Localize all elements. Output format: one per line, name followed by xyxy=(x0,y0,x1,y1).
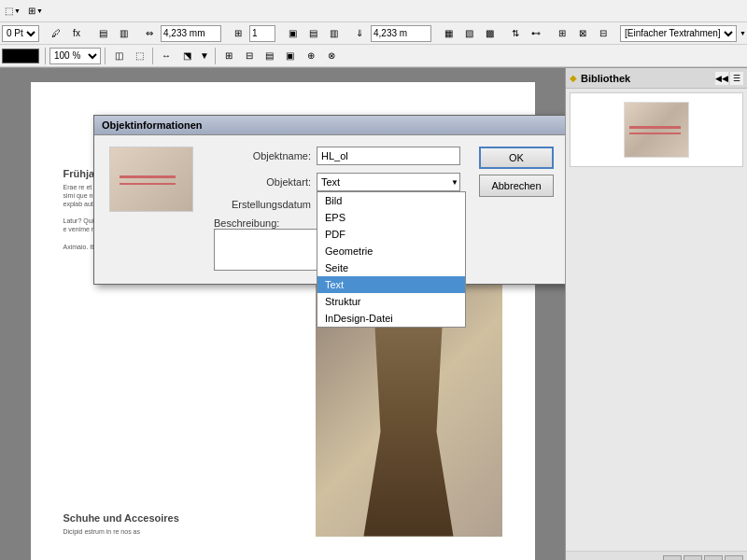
tb-btn-9[interactable]: ▥ xyxy=(324,24,343,43)
main-area: Modetrends 2013 Frühjahrs-Fashion Erae r… xyxy=(0,68,747,560)
objektart-input[interactable] xyxy=(317,173,460,191)
frame-style-select[interactable]: [Einfacher Textrahmen] xyxy=(620,25,737,42)
tb-btn-24[interactable]: ⬔ xyxy=(177,47,196,65)
tb-btn-4[interactable]: ▥ xyxy=(114,24,133,43)
panel-action-btn-1[interactable]: ℹ xyxy=(663,555,682,561)
panel-menu-btn[interactable]: ☰ xyxy=(730,72,743,85)
dropdown-item-geometrie[interactable]: Geometrie xyxy=(317,243,465,259)
panel-action-btn-2[interactable]: + xyxy=(684,555,702,561)
frame-style-arrow: ▼ xyxy=(740,30,746,36)
tb-icon-14: ⇅ xyxy=(512,28,519,38)
dropdown-item-indesign[interactable]: InDesign-Datei xyxy=(317,310,465,327)
pt-select[interactable]: 0 Pt xyxy=(2,25,39,42)
dropdown-item-text[interactable]: Text xyxy=(317,276,465,293)
dialog-left xyxy=(109,147,203,273)
tb-btn-6[interactable]: ⊞ xyxy=(229,24,247,43)
library-thumbnail xyxy=(624,102,689,158)
tb-btn-25[interactable]: ⊞ xyxy=(219,47,238,65)
panel-diamond-icon: ◆ xyxy=(570,73,577,83)
toolbar-row-1: ⬚ ▼ ⊞ ▼ xyxy=(0,0,747,22)
zoom-select[interactable]: 100 % xyxy=(49,48,101,64)
objektinfo-dialog: Objektinformationen Objektname: xyxy=(93,115,565,285)
tb-btn-17[interactable]: ⊠ xyxy=(573,24,592,43)
tb-btn-5[interactable]: ⇔ xyxy=(140,24,159,43)
tb-icon-7: ▣ xyxy=(289,28,297,38)
tb-btn-23[interactable]: ↔ xyxy=(157,47,176,65)
sep13 xyxy=(105,48,106,64)
tb-icon-2: fx xyxy=(73,28,80,38)
tb-btn-22[interactable]: ⬚ xyxy=(130,47,148,65)
toolbar-row-2: 0 Pt 🖊 fx ▤ ▥ ⇔ ⊞ ▣ ▤ ▥ ⇓ ▦ ▧ ▩ ⇅ ⊷ ⊞ ⊠ … xyxy=(0,22,747,45)
tool-view-btn[interactable]: ⊞ ▼ xyxy=(25,2,46,21)
panel-action-btn-3[interactable]: ↓ xyxy=(704,555,723,561)
tool-view-arrow: ▼ xyxy=(36,7,43,14)
tb-btn-14[interactable]: ⇅ xyxy=(506,24,525,43)
dialog-titlebar: Objektinformationen xyxy=(94,116,565,135)
objektart-dropdown-list: Bild EPS PDF Geometrie Seite Text Strukt… xyxy=(317,191,466,328)
tool-select-arrow: ▼ xyxy=(14,7,21,14)
thumb-line2 xyxy=(629,133,681,134)
sep15 xyxy=(215,48,216,64)
dropdown-item-struktur[interactable]: Struktur xyxy=(317,293,465,310)
panel-controls: ◀◀ ☰ xyxy=(715,72,743,85)
dropdown-item-pdf[interactable]: PDF xyxy=(317,226,465,243)
tb-btn-29[interactable]: ⊕ xyxy=(302,47,320,65)
tb-btn-13[interactable]: ▩ xyxy=(480,24,499,43)
ok-label: OK xyxy=(509,152,524,163)
tb-icon-10: ⇓ xyxy=(356,28,363,38)
tb-icon-22: ⬚ xyxy=(135,50,144,61)
tb-btn-11[interactable]: ▦ xyxy=(439,24,458,43)
tb-btn-30[interactable]: ⊗ xyxy=(322,47,341,65)
tb-icon-4: ▥ xyxy=(120,28,128,38)
right-panel: ◆ Bibliothek ◀◀ ☰ 1 von 1 angezeigt ℹ + … xyxy=(565,68,747,560)
tb-icon-13: ▩ xyxy=(486,28,494,38)
cancel-button[interactable]: Abbrechen xyxy=(479,175,554,197)
dialog-thumb-line xyxy=(120,175,176,178)
tb-btn-21[interactable]: ◫ xyxy=(109,47,128,65)
tb-btn-28[interactable]: ▣ xyxy=(281,47,300,65)
tb-btn-15[interactable]: ⊷ xyxy=(527,24,545,43)
tb-btn-8[interactable]: ▤ xyxy=(303,24,322,43)
form-row-objektart: Objektart: ▼ Bild EPS PDF Geometrie xyxy=(214,173,460,191)
tb-btn-1[interactable]: 🖊 xyxy=(47,24,65,43)
panel-action-buttons: ℹ + ↓ 🗑 xyxy=(663,555,743,561)
sep14 xyxy=(152,48,153,64)
tb-btn-16[interactable]: ⊞ xyxy=(553,24,571,43)
tb-icon-5: ⇔ xyxy=(146,28,153,38)
tb-icon-16: ⊞ xyxy=(558,28,566,38)
panel-collapse-btn[interactable]: ◀◀ xyxy=(715,72,728,85)
tool-view-icon: ⊞ xyxy=(28,6,35,16)
ok-button[interactable]: OK xyxy=(479,147,554,169)
tb-btn-18[interactable]: ⊟ xyxy=(594,24,613,43)
tb-icon-23: ↔ xyxy=(162,50,171,61)
tool-select-btn[interactable]: ⬚ ▼ xyxy=(2,2,23,21)
dialog-right: Objektname: Objektart: ▼ Bild xyxy=(214,147,460,273)
dropdown-item-bild[interactable]: Bild xyxy=(317,192,465,209)
sep12 xyxy=(45,48,46,64)
tb-btn-3[interactable]: ▤ xyxy=(93,24,112,43)
tb-icon-12: ▧ xyxy=(465,28,473,38)
color-swatch[interactable] xyxy=(2,49,39,63)
tb-btn-7[interactable]: ▣ xyxy=(283,24,302,43)
page-input[interactable] xyxy=(249,25,275,42)
tb-icon-21: ◫ xyxy=(115,50,123,61)
objektart-label: Objektart: xyxy=(214,176,317,188)
cancel-label: Abbrechen xyxy=(491,180,541,191)
tb-btn-27[interactable]: ▤ xyxy=(261,47,279,65)
tb-icon-26: ⊟ xyxy=(246,50,253,61)
height-input[interactable] xyxy=(371,25,431,42)
dialog-thumbnail xyxy=(109,147,193,212)
tb-btn-2[interactable]: fx xyxy=(67,24,86,43)
doc-area: Modetrends 2013 Frühjahrs-Fashion Erae r… xyxy=(0,68,565,560)
dropdown-item-seite[interactable]: Seite xyxy=(317,259,465,276)
tb-btn-26[interactable]: ⊟ xyxy=(240,47,259,65)
objektname-input[interactable] xyxy=(317,147,460,165)
toolbar-area: ⬚ ▼ ⊞ ▼ 0 Pt 🖊 fx ▤ ▥ ⇔ ⊞ ▣ ▤ ▥ ⇓ ▦ ▧ xyxy=(0,0,747,68)
tb-icon-29: ⊕ xyxy=(307,50,315,61)
tb-btn-12[interactable]: ▧ xyxy=(459,24,478,43)
tb-btn-10[interactable]: ⇓ xyxy=(350,24,369,43)
dropdown-item-eps[interactable]: EPS xyxy=(317,209,465,226)
width-input[interactable] xyxy=(161,25,221,42)
panel-action-btn-4[interactable]: 🗑 xyxy=(725,555,743,561)
beschreibung-label: Beschreibung: xyxy=(214,217,279,229)
